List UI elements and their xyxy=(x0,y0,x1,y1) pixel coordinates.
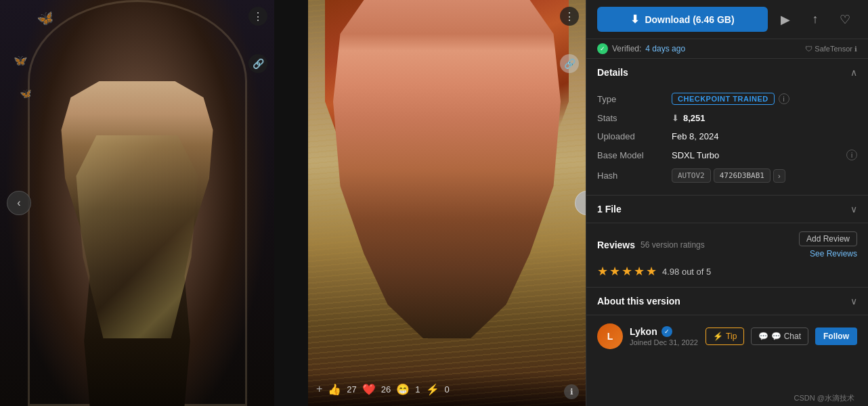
see-reviews-link[interactable]: See Reviews xyxy=(810,249,857,258)
chat-label: 💬 Chat xyxy=(771,332,801,341)
reviews-section: Reviews 56 version ratings Add Review Se… xyxy=(586,223,868,288)
tip-icon: ⚡ xyxy=(713,332,723,341)
author-avatar: L xyxy=(597,323,623,349)
base-model-value: SDXL Turbo xyxy=(672,150,842,160)
stats-label: Stats xyxy=(597,113,672,123)
butterfly-icon-3: 🦋 xyxy=(20,87,32,99)
verified-bar: ✓ Verified: 4 days ago 🛡 SafeTensor ℹ xyxy=(586,39,868,59)
thumbsup-emoji: 👍 xyxy=(328,383,341,396)
nav-arrow-left[interactable]: ‹ xyxy=(7,191,31,215)
tip-button[interactable]: ⚡ Tip xyxy=(706,328,744,345)
star-4: ★ xyxy=(634,264,645,279)
laugh-count: 1 xyxy=(415,384,420,394)
download-icon: ⬇ xyxy=(630,13,639,26)
safetensor-badge: 🛡 SafeTensor ℹ xyxy=(805,45,857,53)
star-3: ★ xyxy=(622,264,632,279)
download-label: Download (6.46 GB) xyxy=(645,14,734,25)
safetensor-icon: 🛡 xyxy=(805,45,812,53)
heart-count: 26 xyxy=(381,384,391,394)
image-bottom-bar: + 👍 27 ❤️ 26 😁 1 ⚡ 0 ℹ xyxy=(308,372,586,406)
details-section-header[interactable]: Details ∧ xyxy=(586,59,868,86)
base-model-label: Base Model xyxy=(597,150,672,160)
type-row: Type CHECKPOINT TRAINED i xyxy=(597,89,857,109)
verified-text: Verified: xyxy=(612,44,641,53)
author-joined-date: Joined Dec 31, 2022 xyxy=(630,338,699,346)
download-button[interactable]: ⬇ Download (6.46 GB) xyxy=(597,7,768,32)
safetensor-info-icon: ℹ xyxy=(854,45,857,53)
about-section: About this version ∨ xyxy=(586,288,868,315)
about-section-header[interactable]: About this version ∨ xyxy=(586,288,868,315)
file-chevron: ∨ xyxy=(850,204,857,215)
share-icon: ↑ xyxy=(812,12,819,26)
about-title: About this version xyxy=(597,296,680,307)
author-name-row: Lykon ✓ xyxy=(630,326,699,337)
uploaded-row: Uploaded Feb 8, 2024 xyxy=(597,127,857,145)
hash-value: 4726D3BAB1 xyxy=(714,168,771,183)
right-image-link-button[interactable]: 🔗 xyxy=(560,54,579,73)
images-panel: 🦋 🦋 🦋 ⋮ 🔗 ‹ ⋮ 🔗 + 👍 27 ❤️ 26 😁 1 ⚡ 0 ℹ xyxy=(0,0,586,406)
bolt-count: 0 xyxy=(445,384,450,394)
reviews-title: Reviews xyxy=(597,240,635,250)
details-section: Details ∧ Type CHECKPOINT TRAINED i Stat… xyxy=(586,59,868,196)
follow-button[interactable]: Follow xyxy=(815,328,857,345)
chat-button[interactable]: 💬 💬 Chat xyxy=(751,328,808,345)
star-1: ★ xyxy=(597,264,608,279)
checkpoint-badge[interactable]: CHECKPOINT TRAINED xyxy=(672,93,775,105)
reviews-count: 56 version ratings xyxy=(641,240,705,250)
laugh-emoji: 😁 xyxy=(396,383,410,396)
stats-download-icon: ⬇ xyxy=(672,113,679,123)
image-right: ⋮ 🔗 + 👍 27 ❤️ 26 😁 1 ⚡ 0 ℹ › xyxy=(308,0,586,406)
hash-algorithm: AUTOV2 xyxy=(672,168,711,183)
base-model-row: Base Model SDXL Turbo i xyxy=(597,145,857,164)
hash-container: AUTOV2 4726D3BAB1 › xyxy=(672,168,785,183)
butterfly-icon-2: 🦋 xyxy=(13,53,28,68)
reviews-header: Reviews 56 version ratings Add Review Se… xyxy=(597,231,857,258)
details-chevron: ∧ xyxy=(850,67,857,78)
star-rating: ★ ★ ★ ★ ★ xyxy=(597,264,657,279)
hash-nav-button[interactable]: › xyxy=(773,169,785,183)
chat-icon: 💬 xyxy=(758,332,768,341)
uploaded-label: Uploaded xyxy=(597,131,672,141)
play-button[interactable]: ▶ xyxy=(773,7,798,32)
detail-rows: Type CHECKPOINT TRAINED i Stats ⬇ 8,251 … xyxy=(586,86,868,195)
details-title: Details xyxy=(597,67,628,78)
stats-row: Stats ⬇ 8,251 xyxy=(597,109,857,127)
heart-button[interactable]: ♡ xyxy=(833,7,857,32)
left-arrow-icon: ‹ xyxy=(17,197,20,209)
file-section-header[interactable]: 1 File ∨ xyxy=(586,196,868,223)
heart-emoji: ❤️ xyxy=(362,383,376,396)
author-info: Lykon ✓ Joined Dec 31, 2022 xyxy=(630,326,699,346)
safetensor-label: SafeTensor xyxy=(815,45,852,53)
bolt-emoji: ⚡ xyxy=(426,383,439,396)
details-panel: ⬇ Download (6.46 GB) ▶ ↑ ♡ ✓ Verified: 4… xyxy=(586,0,868,406)
hash-label: Hash xyxy=(597,171,672,181)
reviews-actions: Add Review See Reviews xyxy=(799,231,857,258)
heart-icon: ♡ xyxy=(840,12,850,27)
right-arrow-icon: › xyxy=(585,197,586,209)
panel-header: ⬇ Download (6.46 GB) ▶ ↑ ♡ xyxy=(586,0,868,39)
author-verified-icon: ✓ xyxy=(661,326,672,337)
base-model-info-icon[interactable]: i xyxy=(846,150,857,160)
left-image-menu-button[interactable]: ⋮ xyxy=(248,7,267,26)
star-5: ★ xyxy=(646,264,657,279)
right-image-menu-button[interactable]: ⋮ xyxy=(560,7,579,26)
share-button[interactable]: ↑ xyxy=(803,7,827,32)
image-info-button[interactable]: ℹ xyxy=(564,384,579,399)
file-title: 1 File xyxy=(597,204,622,215)
left-image-link-button[interactable]: 🔗 xyxy=(248,54,267,73)
verified-icon: ✓ xyxy=(597,43,608,54)
thumbsup-count: 27 xyxy=(347,384,356,394)
author-name: Lykon xyxy=(630,326,657,337)
add-review-button[interactable]: Add Review xyxy=(799,231,857,246)
file-section: 1 File ∨ xyxy=(586,196,868,223)
rating-text: 4.98 out of 5 xyxy=(662,267,711,277)
stats-number: 8,251 xyxy=(683,113,706,123)
verified-date-link[interactable]: 4 days ago xyxy=(645,44,685,53)
star-2: ★ xyxy=(609,264,620,279)
tip-label: Tip xyxy=(726,332,737,341)
add-reaction-button[interactable]: + xyxy=(316,383,322,395)
type-info-icon[interactable]: i xyxy=(779,93,789,104)
uploaded-value: Feb 8, 2024 xyxy=(672,131,857,141)
about-chevron: ∨ xyxy=(850,296,857,307)
stars-row: ★ ★ ★ ★ ★ 4.98 out of 5 xyxy=(597,264,857,279)
